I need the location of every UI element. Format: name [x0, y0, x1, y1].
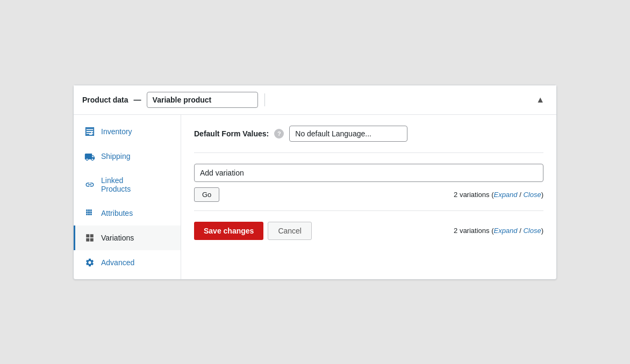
close-link-top[interactable]: Close — [523, 191, 541, 199]
expand-link-bottom[interactable]: Expand — [493, 227, 517, 235]
inventory-label: Inventory — [101, 127, 132, 136]
variation-select-wrapper: Add variation Create variations from all… — [194, 164, 543, 182]
sidebar-item-shipping[interactable]: Shipping — [74, 144, 181, 169]
variations-info-top: 2 variations (Expand / Close) — [454, 191, 543, 199]
close-paren-top: ) — [541, 191, 543, 199]
expand-link-top[interactable]: Expand — [493, 191, 517, 199]
sep-bottom: / — [518, 227, 524, 235]
form-values-label: Default Form Values: — [194, 129, 269, 138]
sidebar-item-advanced[interactable]: Advanced — [74, 250, 181, 275]
panel-title: Product data — [82, 96, 128, 104]
sep-top: / — [518, 191, 524, 199]
sidebar-item-attributes[interactable]: Attributes — [74, 201, 181, 225]
advanced-label: Advanced — [101, 258, 134, 267]
add-variation-section: Add variation Create variations from all… — [194, 164, 543, 211]
header-separator — [264, 93, 265, 106]
language-select[interactable]: No default Language... English French Ge… — [289, 126, 407, 142]
panel-header: Product data — Variable product Simple p… — [74, 85, 556, 115]
sidebar-item-linked-products[interactable]: LinkedProducts — [74, 169, 181, 201]
actions-row: Save changes Cancel 2 variations (Expand… — [194, 220, 543, 240]
inventory-icon — [84, 127, 96, 136]
attributes-icon — [84, 208, 96, 218]
close-link-bottom[interactable]: Close — [523, 227, 541, 235]
variations-label: Variations — [101, 234, 134, 242]
save-changes-button[interactable]: Save changes — [194, 222, 263, 240]
variations-count-bottom: 2 variations ( — [454, 227, 493, 235]
panel-toggle-button[interactable]: ▲ — [533, 94, 548, 106]
cancel-button[interactable]: Cancel — [268, 222, 312, 240]
variations-icon — [84, 233, 96, 243]
add-variation-row: Add variation Create variations from all… — [194, 164, 543, 182]
product-type-wrapper: Variable product Simple product Grouped … — [147, 92, 258, 108]
product-type-select[interactable]: Variable product Simple product Grouped … — [147, 92, 258, 108]
product-data-panel: Product data — Variable product Simple p… — [73, 85, 557, 280]
sidebar-item-inventory[interactable]: Inventory — [74, 119, 181, 144]
go-row: Go 2 variations (Expand / Close) — [194, 187, 543, 202]
sidebar-item-variations[interactable]: Variations — [74, 225, 181, 250]
form-values-row: Default Form Values: ? No default Langua… — [194, 126, 543, 153]
sidebar: Inventory Shipping LinkedProducts — [74, 115, 181, 279]
content-area: Default Form Values: ? No default Langua… — [181, 115, 556, 279]
help-icon[interactable]: ? — [274, 129, 284, 139]
variations-count-top: 2 variations ( — [454, 191, 493, 199]
shipping-icon — [84, 151, 96, 161]
close-paren-bottom: ) — [541, 227, 543, 235]
panel-body: Inventory Shipping LinkedProducts — [74, 115, 556, 279]
header-dash: — — [134, 96, 141, 104]
linked-products-icon — [84, 180, 96, 190]
attributes-label: Attributes — [101, 209, 133, 217]
linked-products-label: LinkedProducts — [101, 176, 131, 193]
go-button[interactable]: Go — [194, 187, 219, 202]
shipping-label: Shipping — [101, 152, 131, 161]
advanced-icon — [84, 258, 96, 267]
variation-select[interactable]: Add variation Create variations from all… — [194, 164, 543, 182]
language-select-wrapper: No default Language... English French Ge… — [289, 126, 407, 142]
actions-left: Save changes Cancel — [194, 222, 312, 240]
variations-info-bottom: 2 variations (Expand / Close) — [454, 227, 543, 235]
